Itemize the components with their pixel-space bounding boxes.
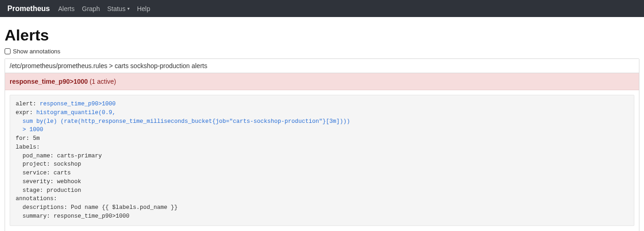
nav-help[interactable]: Help: [137, 5, 150, 12]
def-label-service: service: carts: [16, 170, 71, 176]
def-label-stage: stage: production: [16, 187, 81, 194]
alert-definition: alert: response_time_p90>1000 expr: hist…: [10, 95, 634, 226]
show-annotations-label: Show annotations: [13, 48, 60, 55]
navbar: Prometheus Alerts Graph Status ▾ Help: [0, 0, 644, 17]
show-annotations-toggle[interactable]: Show annotations: [5, 48, 639, 55]
def-alert-prefix: alert:: [16, 101, 40, 107]
def-label-project: project: sockshop: [16, 161, 81, 167]
def-annot: annotations:: [16, 196, 57, 202]
rule-group-header: /etc/prometheus/prometheus.rules > carts…: [5, 59, 639, 73]
nav-graph[interactable]: Graph: [82, 5, 100, 12]
navbar-brand[interactable]: Prometheus: [7, 5, 50, 13]
page-title: Alerts: [5, 26, 639, 44]
alert-body: alert: response_time_p90>1000 expr: hist…: [5, 90, 639, 231]
nav-alerts[interactable]: Alerts: [58, 5, 74, 12]
def-expr-cmp[interactable]: > 1000: [16, 127, 43, 133]
def-for: for: 5m: [16, 135, 40, 142]
caret-down-icon: ▾: [127, 6, 130, 11]
alert-name: response_time_p90>1000: [10, 78, 88, 85]
def-annot-summary: summary: response_time_p90>1000: [16, 213, 130, 219]
def-label-severity: severity: webhook: [16, 179, 81, 185]
def-expr-fn[interactable]: histogram_quantile(0.9,: [36, 110, 116, 116]
def-expr-prefix: expr:: [16, 110, 36, 116]
nav-status-label: Status: [107, 5, 125, 12]
checkbox-icon: [5, 48, 11, 54]
def-expr-body[interactable]: sum by(le) (rate(http_response_time_mill…: [16, 118, 350, 125]
def-labels: labels:: [16, 144, 40, 150]
main-container: Alerts Show annotations /etc/prometheus/…: [0, 17, 644, 231]
nav-status[interactable]: Status ▾: [107, 5, 130, 12]
def-alert-name-link[interactable]: response_time_p90>1000: [40, 101, 116, 107]
rule-group: /etc/prometheus/prometheus.rules > carts…: [5, 58, 639, 231]
def-annot-desc: descriptions: Pod name {{ $labels.pod_na…: [16, 204, 178, 211]
alert-header[interactable]: response_time_p90>1000 (1 active): [5, 73, 639, 90]
def-label-pod: pod_name: carts-primary: [16, 153, 102, 159]
alert-active-count: (1 active): [90, 78, 116, 85]
